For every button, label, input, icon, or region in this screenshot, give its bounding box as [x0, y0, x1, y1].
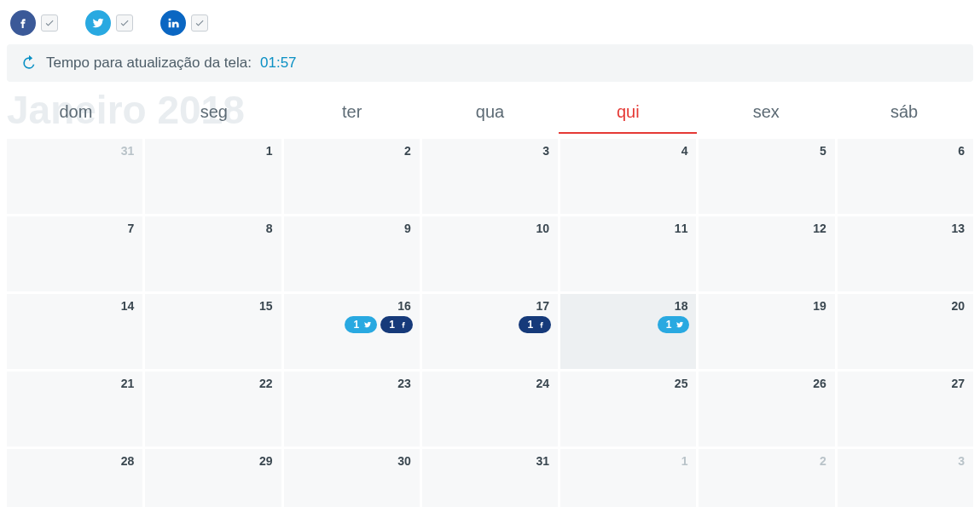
- calendar-cell[interactable]: 27: [838, 372, 973, 447]
- social-filter-linkedin: [160, 10, 208, 36]
- weekday-seg: seg: [145, 94, 283, 134]
- weekday-row: domsegterquaquisexsáb: [7, 94, 973, 134]
- calendar-cell[interactable]: 9: [284, 216, 420, 291]
- linkedin-icon[interactable]: [160, 10, 186, 36]
- calendar-cell[interactable]: 25: [560, 372, 696, 447]
- calendar-cell[interactable]: 2: [284, 139, 420, 214]
- calendar-cell[interactable]: 10: [422, 216, 558, 291]
- twitter-checkbox[interactable]: [116, 14, 133, 32]
- facebook-checkbox[interactable]: [41, 14, 58, 32]
- day-number: 29: [259, 454, 273, 468]
- calendar-cell[interactable]: 1611: [284, 294, 420, 369]
- day-number: 2: [820, 454, 826, 468]
- calendar-cell[interactable]: 22: [145, 372, 281, 447]
- twitter-post-badge[interactable]: 1: [658, 316, 690, 333]
- calendar-cell[interactable]: 24: [422, 372, 558, 447]
- calendar-cell[interactable]: 31: [422, 449, 558, 507]
- calendar-cell[interactable]: 5: [699, 139, 834, 214]
- calendar-grid: 3112345678910111213141516111711811920212…: [7, 139, 973, 507]
- day-number: 6: [958, 144, 965, 158]
- refresh-timer: 01:57: [260, 55, 297, 72]
- day-number: 28: [121, 454, 135, 468]
- twitter-icon[interactable]: [85, 10, 111, 36]
- day-number: 25: [675, 377, 688, 390]
- twitter-post-badge[interactable]: 1: [345, 316, 377, 333]
- day-number: 21: [121, 377, 135, 390]
- day-number: 30: [397, 454, 411, 468]
- day-number: 31: [121, 144, 135, 158]
- calendar: Janeiro 2018 domsegterquaquisexsáb 31123…: [7, 94, 973, 507]
- calendar-cell[interactable]: 31: [7, 139, 142, 214]
- calendar-cell[interactable]: 1: [560, 449, 696, 507]
- twitter-icon: [676, 320, 684, 329]
- calendar-cell[interactable]: 28: [7, 449, 142, 507]
- refresh-bar: Tempo para atualização da tela: 01:57: [7, 44, 973, 82]
- day-number: 1: [681, 454, 688, 468]
- weekday-qui: qui: [559, 94, 697, 134]
- day-number: 5: [820, 144, 826, 158]
- day-number: 14: [121, 299, 135, 313]
- day-number: 11: [675, 222, 688, 235]
- calendar-cell[interactable]: 7: [7, 216, 142, 291]
- badge-count: 1: [389, 319, 395, 331]
- facebook-post-badge[interactable]: 1: [519, 316, 551, 333]
- day-number: 18: [675, 299, 688, 313]
- day-number: 23: [397, 377, 411, 390]
- day-number: 15: [259, 299, 273, 313]
- calendar-cell[interactable]: 14: [7, 294, 142, 369]
- refresh-label: Tempo para atualização da tela:: [46, 55, 252, 72]
- check-icon: [194, 18, 205, 28]
- facebook-icon[interactable]: [10, 10, 36, 36]
- weekday-ter: ter: [283, 94, 421, 134]
- day-number: 20: [951, 299, 965, 313]
- day-number: 24: [536, 377, 550, 390]
- calendar-cell[interactable]: 12: [699, 216, 834, 291]
- social-filter-row: [7, 7, 973, 44]
- calendar-cell[interactable]: 1: [145, 139, 281, 214]
- day-number: 4: [681, 144, 688, 158]
- calendar-cell[interactable]: 6: [838, 139, 973, 214]
- weekday-sex: sex: [697, 94, 835, 134]
- day-number: 2: [404, 144, 411, 158]
- calendar-cell[interactable]: 20: [838, 294, 973, 369]
- day-number: 1: [266, 144, 273, 158]
- day-number: 13: [951, 222, 965, 235]
- calendar-cell[interactable]: 26: [699, 372, 834, 447]
- facebook-icon: [399, 320, 408, 329]
- calendar-cell[interactable]: 15: [145, 294, 281, 369]
- calendar-cell[interactable]: 23: [284, 372, 420, 447]
- post-badges: 1: [519, 316, 551, 333]
- calendar-cell[interactable]: 30: [284, 449, 420, 507]
- twitter-icon: [363, 320, 372, 329]
- day-number: 22: [259, 377, 273, 390]
- day-number: 16: [397, 299, 411, 313]
- day-number: 19: [813, 299, 826, 313]
- calendar-cell[interactable]: 21: [7, 372, 142, 447]
- day-number: 31: [536, 454, 550, 468]
- day-number: 26: [813, 377, 826, 390]
- calendar-cell[interactable]: 171: [422, 294, 558, 369]
- calendar-cell[interactable]: 19: [699, 294, 834, 369]
- day-number: 3: [542, 144, 549, 158]
- calendar-cell[interactable]: 13: [838, 216, 973, 291]
- calendar-cell[interactable]: 11: [560, 216, 696, 291]
- facebook-post-badge[interactable]: 1: [380, 316, 413, 333]
- day-number: 7: [127, 222, 134, 235]
- day-number: 3: [958, 454, 965, 468]
- calendar-cell[interactable]: 3: [838, 449, 973, 507]
- post-badges: 11: [345, 316, 412, 333]
- calendar-cell[interactable]: 29: [145, 449, 281, 507]
- calendar-cell[interactable]: 8: [145, 216, 281, 291]
- calendar-cell[interactable]: 2: [699, 449, 834, 507]
- check-icon: [44, 18, 55, 28]
- refresh-icon[interactable]: [20, 55, 38, 72]
- weekday-sáb: sáb: [835, 94, 973, 134]
- check-icon: [119, 18, 130, 28]
- post-badges: 1: [658, 316, 690, 333]
- calendar-cell[interactable]: 3: [422, 139, 558, 214]
- linkedin-checkbox[interactable]: [191, 14, 208, 32]
- calendar-cell[interactable]: 4: [560, 139, 696, 214]
- badge-count: 1: [666, 319, 672, 331]
- weekday-dom: dom: [7, 94, 145, 134]
- calendar-cell[interactable]: 181: [560, 294, 696, 369]
